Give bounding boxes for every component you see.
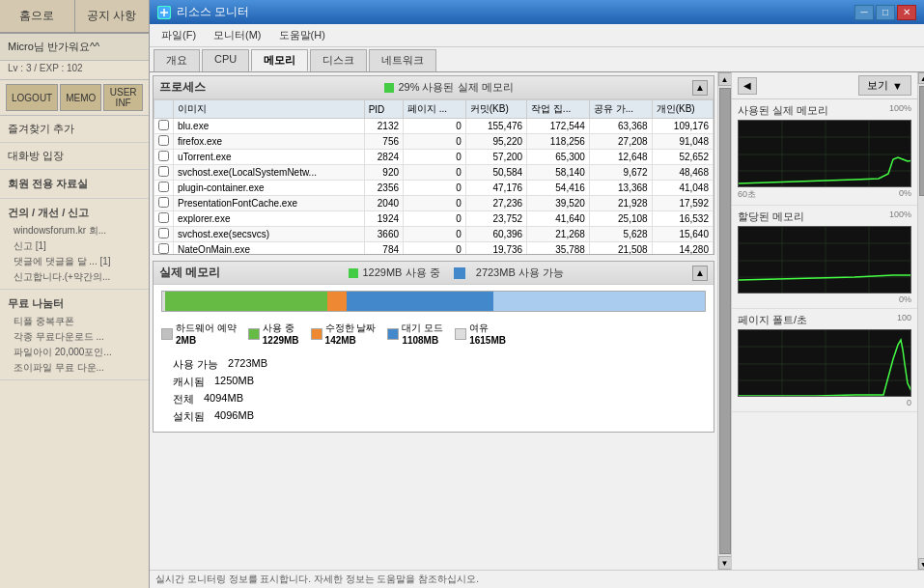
minimize-button[interactable]: ─ <box>854 5 874 20</box>
row-commit: 27,236 <box>465 196 526 211</box>
row-check[interactable] <box>154 181 174 196</box>
chart3-label: 페이지 폴트/초 100 <box>738 313 911 327</box>
free-item-2[interactable]: 각종 무료다운로드 ... <box>8 329 141 345</box>
menu-monitor[interactable]: 모니터(M) <box>206 26 269 44</box>
chart1-canvas <box>738 120 911 187</box>
process-table-container[interactable]: 이미지 PID 페이지 ... 커밋(KB) 작업 집... 공유 가... 개… <box>154 99 714 254</box>
table-row[interactable]: PresentationFontCache.exe 2040 0 27,236 … <box>154 196 714 211</box>
row-shared: 9,672 <box>589 165 652 181</box>
row-private: 48,468 <box>652 165 713 181</box>
scroll-down-btn[interactable]: ▼ <box>718 556 732 570</box>
mem-used <box>165 292 328 311</box>
row-check[interactable] <box>154 227 174 242</box>
enter-chatroom[interactable]: 대화방 입장 <box>8 147 141 165</box>
window-title: 리소스 모니터 <box>177 4 249 20</box>
col-check <box>154 100 174 119</box>
row-image: svchost.exe(LocalSystemNetw... <box>174 165 365 181</box>
home-link[interactable]: 홈으로 <box>0 0 74 33</box>
row-private: 15,640 <box>652 227 713 242</box>
table-row[interactable]: firefox.exe 756 0 95,220 118,256 27,208 … <box>154 134 714 150</box>
table-row[interactable]: explorer.exe 1924 0 23,752 41,640 25,108… <box>154 211 714 227</box>
table-row[interactable]: blu.exe 2132 0 155,476 172,544 63,368 10… <box>154 119 714 134</box>
chart1-time: 60초 0% <box>738 188 911 201</box>
row-check[interactable] <box>154 211 174 227</box>
row-private: 91,048 <box>652 134 713 150</box>
col-pid[interactable]: PID <box>364 100 403 119</box>
row-check[interactable] <box>154 196 174 211</box>
table-row[interactable]: uTorrent.exe 2824 0 57,200 65,300 12,648… <box>154 150 714 165</box>
memo-button[interactable]: MEMO <box>60 84 101 111</box>
app-icon <box>157 6 171 19</box>
userinfo-button[interactable]: USER INF <box>103 84 143 111</box>
col-working[interactable]: 작업 집... <box>527 100 590 119</box>
tab-disk[interactable]: 디스크 <box>310 49 367 71</box>
tab-memory[interactable]: 메모리 <box>251 49 308 71</box>
free-item-4[interactable]: 조이파일 무료 다운... <box>8 360 141 376</box>
maximize-button[interactable]: □ <box>876 5 895 20</box>
scroll-up-btn[interactable]: ▲ <box>718 72 732 86</box>
free-section: 무료 나눔터 티플 중복쿠폰 각종 무료다운로드 ... 파일아이 20,000… <box>0 290 149 380</box>
row-pid: 3660 <box>364 227 403 242</box>
row-pid: 756 <box>364 134 403 150</box>
row-shared: 25,108 <box>589 211 652 227</box>
table-row[interactable]: svchost.exe(LocalSystemNetw... 920 0 50,… <box>154 165 714 181</box>
window-controls: ─ □ ✕ <box>854 5 916 20</box>
tab-cpu[interactable]: CPU <box>202 49 249 71</box>
process-collapse-button[interactable]: ▲ <box>692 80 708 96</box>
table-row[interactable]: NateOnMain.exe 784 0 19,736 35,788 21,50… <box>154 242 714 255</box>
row-check[interactable] <box>154 150 174 165</box>
scroll-thumb[interactable] <box>719 88 731 554</box>
menu-help[interactable]: 도움말(H) <box>271 26 333 44</box>
left-scrollbar: ▲ ▼ <box>717 72 731 570</box>
row-check[interactable] <box>154 134 174 150</box>
chart-page-faults: 페이지 폴트/초 100 <box>732 309 917 412</box>
chart2-label: 할당된 메모리 100% <box>738 210 911 224</box>
right-scroll-down[interactable]: ▼ <box>918 558 925 570</box>
close-button[interactable]: ✕ <box>897 5 916 20</box>
right-panel-header: ◀ 보기 ▼ <box>732 72 917 99</box>
col-commit[interactable]: 커밋(KB) <box>465 100 526 119</box>
sidebar: 홈으로 공지 사항 Micro님 반가워요^^ Lv : 3 / EXP : 1… <box>0 0 150 588</box>
col-image[interactable]: 이미지 <box>174 100 365 119</box>
stat-installed: 설치됨 4096MB <box>173 409 267 424</box>
chart3-time: 0 <box>738 398 911 407</box>
resource-monitor-window: 리소스 모니터 ─ □ ✕ 파일(F) 모니터(M) 도움말(H) 개요 CPU… <box>150 0 924 588</box>
tab-network[interactable]: 네트워크 <box>369 49 436 71</box>
row-check[interactable] <box>154 165 174 181</box>
right-nav-button[interactable]: ◀ <box>738 77 757 95</box>
right-scroll-thumb[interactable] <box>919 86 925 196</box>
row-commit: 50,584 <box>465 165 526 181</box>
row-commit: 57,200 <box>465 150 526 165</box>
col-page[interactable]: 페이지 ... <box>404 100 466 119</box>
view-button[interactable]: 보기 ▼ <box>858 75 911 96</box>
free-item-3[interactable]: 파일아이 20,000포인... <box>8 345 141 360</box>
col-private[interactable]: 개인(KB) <box>652 100 713 119</box>
menu-file[interactable]: 파일(F) <box>154 26 204 44</box>
logout-button[interactable]: LOGOUT <box>6 84 58 111</box>
legend-color-used <box>248 328 260 340</box>
table-row[interactable]: svchost.exe(secsvcs) 3660 0 60,396 21,26… <box>154 227 714 242</box>
memory-bar-container <box>154 285 714 318</box>
table-row[interactable]: plugin-container.exe 2356 0 47,176 54,41… <box>154 181 714 196</box>
free-item-1[interactable]: 티플 중복쿠폰 <box>8 314 141 329</box>
feedback-item-4[interactable]: 신고합니다.(+약간의... <box>8 269 141 285</box>
right-scroll-up[interactable]: ▲ <box>918 72 925 84</box>
tab-overview[interactable]: 개요 <box>154 49 200 71</box>
row-check[interactable] <box>154 242 174 255</box>
row-pid: 784 <box>364 242 403 255</box>
row-check[interactable] <box>154 119 174 134</box>
feedback-item-3[interactable]: 댓글에 댓글을 달 ... [1] <box>8 254 141 269</box>
row-shared: 21,928 <box>589 196 652 211</box>
panels-left: 프로세스 29% 사용된 실제 메모리 ▲ 이미지 PID <box>150 72 717 570</box>
notice-link[interactable]: 공지 사항 <box>74 0 150 33</box>
row-page: 0 <box>404 181 466 196</box>
legend-color-free <box>455 328 466 340</box>
mem-free <box>493 292 705 311</box>
add-favorites[interactable]: 즐겨찾기 추가 <box>8 120 141 138</box>
feedback-item-1[interactable]: windowsforum.kr 회... <box>8 223 141 238</box>
feedback-item-2[interactable]: 신고 [1] <box>8 238 141 254</box>
row-page: 0 <box>404 134 466 150</box>
memory-collapse-button[interactable]: ▲ <box>692 266 708 281</box>
col-shared[interactable]: 공유 가... <box>589 100 652 119</box>
row-commit: 19,736 <box>465 242 526 255</box>
